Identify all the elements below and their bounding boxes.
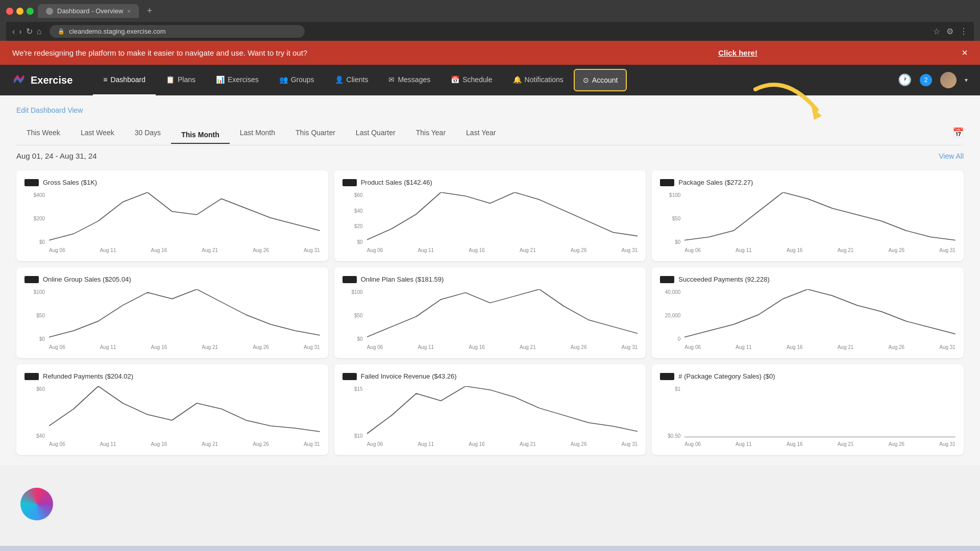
chart-legend-box xyxy=(24,179,39,186)
redesign-banner: We're redesigning the platform to make i… xyxy=(0,41,980,65)
x-axis-label: Aug 06 xyxy=(684,441,701,447)
nav-item-dashboard[interactable]: ≡ Dashboard xyxy=(93,65,156,95)
chart-title: Refunded Payments ($204.02) xyxy=(43,372,133,380)
nav-right: 🕐 2 ▾ xyxy=(890,72,968,88)
tab-this-month[interactable]: This Month xyxy=(171,127,230,144)
chart-x-labels: Aug 06Aug 11Aug 16Aug 21Aug 26Aug 31 xyxy=(684,441,955,447)
menu-icon[interactable]: ⋮ xyxy=(960,27,968,36)
calendar-icon[interactable]: 📅 xyxy=(952,127,964,138)
back-button[interactable]: ‹ xyxy=(12,27,15,36)
tab-this-year[interactable]: This Year xyxy=(406,124,456,141)
browser-titlebar: Dashboard - Overview × + xyxy=(6,4,974,18)
tab-last-month[interactable]: Last Month xyxy=(230,124,285,141)
user-avatar[interactable] xyxy=(940,72,957,88)
chart-legend-box xyxy=(342,276,357,283)
logo[interactable]: Exercise xyxy=(12,66,85,94)
y-axis-label: $0 xyxy=(24,336,45,342)
chart-title: Package Sales ($272.27) xyxy=(678,179,753,186)
chart-header: Product Sales ($142.46) xyxy=(342,179,638,186)
nav-item-schedule[interactable]: 📅 Schedule xyxy=(440,65,502,95)
tab-30-days[interactable]: 30 Days xyxy=(125,124,171,141)
chart-legend-box xyxy=(342,179,357,186)
chart-x-labels: Aug 06Aug 11Aug 16Aug 21Aug 26Aug 31 xyxy=(49,344,320,350)
new-tab-button[interactable]: + xyxy=(147,6,153,16)
chart-x-labels: Aug 06Aug 11Aug 16Aug 21Aug 26Aug 31 xyxy=(684,247,955,253)
chart-legend-box xyxy=(660,276,674,283)
nav-label-dashboard: Dashboard xyxy=(110,76,145,84)
y-axis-label: $60 xyxy=(24,386,45,392)
nav-item-messages[interactable]: ✉ Messages xyxy=(378,65,440,95)
nav-label-account: Account xyxy=(592,76,618,84)
x-axis-label: Aug 16 xyxy=(787,344,803,350)
window-controls xyxy=(6,8,34,15)
period-tabs: This Week Last Week 30 Days This Month L… xyxy=(16,124,964,145)
minimize-dot[interactable] xyxy=(16,8,23,15)
tab-close-button[interactable]: × xyxy=(127,8,130,14)
chart-y-axis: $400$200$0 xyxy=(24,192,45,253)
chart-card: Package Sales ($272.27)$100$50$0 Aug 06A… xyxy=(652,170,964,261)
chart-legend-box xyxy=(660,373,674,380)
chart-card: Online Plan Sales ($181.59)$100$50$0 Aug… xyxy=(334,267,646,358)
banner-link[interactable]: Click here! xyxy=(718,48,757,57)
y-axis-label: $0 xyxy=(342,239,363,245)
chart-sparkline xyxy=(684,192,955,245)
view-all-link[interactable]: View All xyxy=(939,152,964,160)
nav-item-notifications[interactable]: 🔔 Notifications xyxy=(503,65,574,95)
nav-item-exercises[interactable]: 📊 Exercises xyxy=(206,65,269,95)
x-axis-label: Aug 06 xyxy=(367,344,383,350)
nav-item-clients[interactable]: 👤 Clients xyxy=(325,65,379,95)
address-bar[interactable]: 🔒 cleandemo.staging.exercise.com xyxy=(50,25,305,38)
nav-item-plans[interactable]: 📋 Plans xyxy=(156,65,206,95)
y-axis-label: $60 xyxy=(342,192,363,198)
x-axis-label: Aug 31 xyxy=(304,344,320,350)
chart-sparkline xyxy=(684,386,955,439)
chart-x-labels: Aug 06Aug 11Aug 16Aug 21Aug 26Aug 31 xyxy=(367,344,638,350)
y-axis-label: $50 xyxy=(660,216,680,221)
x-axis-label: Aug 21 xyxy=(202,441,218,447)
nav-item-account[interactable]: ⊙ Account xyxy=(574,69,627,91)
account-circle-icon: ⊙ xyxy=(583,76,589,84)
maximize-dot[interactable] xyxy=(27,8,34,15)
forward-button[interactable]: › xyxy=(19,27,21,36)
edit-dashboard-link[interactable]: Edit Dashboard View xyxy=(16,106,83,114)
banner-close-button[interactable]: × xyxy=(962,47,968,59)
browser-tab[interactable]: Dashboard - Overview × xyxy=(38,4,139,18)
bookmark-icon[interactable]: ☆ xyxy=(933,27,940,36)
chart-y-axis: $60$40 xyxy=(24,386,45,447)
x-axis-label: Aug 26 xyxy=(253,247,269,253)
chart-title: Online Group Sales ($205.04) xyxy=(43,276,131,283)
refresh-button[interactable]: ↻ xyxy=(26,27,33,36)
main-content: Edit Dashboard View This Week Last Week … xyxy=(0,95,980,465)
y-axis-label: $20 xyxy=(342,223,363,229)
close-dot[interactable] xyxy=(6,8,13,15)
x-axis-label: Aug 11 xyxy=(100,441,116,447)
chart-header: Succeeded Payments (92,228) xyxy=(660,276,955,283)
nav-item-groups[interactable]: 👥 Groups xyxy=(269,65,325,95)
date-range-text: Aug 01, 24 - Aug 31, 24 xyxy=(16,152,97,160)
chart-title: Product Sales ($142.46) xyxy=(361,179,432,186)
avatar-dropdown-icon[interactable]: ▾ xyxy=(965,77,968,84)
x-axis-label: Aug 06 xyxy=(367,247,383,253)
groups-icon: 👥 xyxy=(279,76,288,84)
extensions-icon[interactable]: ⚙ xyxy=(946,27,953,36)
x-axis-label: Aug 26 xyxy=(888,247,904,253)
y-axis-label: $200 xyxy=(24,216,45,221)
chart-title: # (Package Category Sales) ($0) xyxy=(678,372,775,380)
y-axis-label: $100 xyxy=(660,192,680,198)
y-axis-label: $100 xyxy=(24,289,45,295)
x-axis-label: Aug 11 xyxy=(736,441,752,447)
x-axis-label: Aug 21 xyxy=(520,247,536,253)
tab-last-week[interactable]: Last Week xyxy=(70,124,125,141)
tab-this-quarter[interactable]: This Quarter xyxy=(285,124,346,141)
x-axis-label: Aug 16 xyxy=(151,441,167,447)
clock-button[interactable]: 🕐 xyxy=(898,73,912,87)
tab-last-year[interactable]: Last Year xyxy=(456,124,506,141)
tab-this-week[interactable]: This Week xyxy=(16,124,70,141)
x-axis-label: Aug 26 xyxy=(571,344,587,350)
tab-last-quarter[interactable]: Last Quarter xyxy=(346,124,406,141)
y-axis-label: $0.50 xyxy=(660,433,680,439)
notification-button[interactable]: 2 xyxy=(920,74,932,86)
x-axis-label: Aug 06 xyxy=(49,344,65,350)
home-button[interactable]: ⌂ xyxy=(37,27,42,36)
x-axis-label: Aug 11 xyxy=(100,344,116,350)
